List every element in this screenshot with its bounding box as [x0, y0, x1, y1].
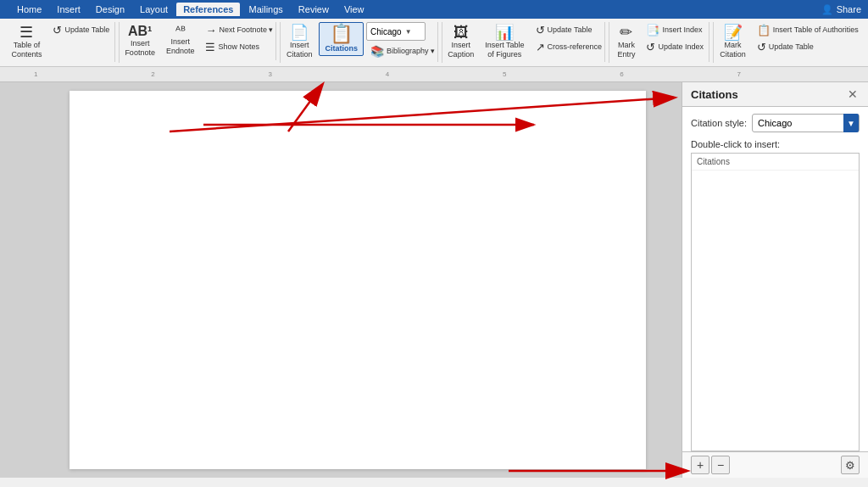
insert-citation-label: InsertCitation	[287, 41, 313, 59]
citations-list-area[interactable]: Citations	[691, 153, 860, 451]
tab-insert[interactable]: Insert	[50, 3, 87, 16]
insert-table-figures-button[interactable]: 📊 Insert Tableof Figures	[481, 22, 528, 62]
citations-list-placeholder: Citations	[692, 154, 859, 171]
remove-citation-button[interactable]: −	[711, 456, 730, 474]
update-toc-label: Update Table	[64, 25, 109, 35]
gear-button[interactable]: ⚙	[841, 456, 860, 474]
insert-table-auth-button[interactable]: 📋 Insert Table of Authorities	[753, 22, 863, 38]
update-table-toc-button[interactable]: ↺ Update Table	[48, 22, 114, 38]
authorities-buttons: 📝 MarkCitation 📋 Insert Table of Authori…	[715, 22, 862, 62]
citations-panel-title: Citations	[691, 88, 738, 101]
footnote-icon: AB¹	[128, 25, 152, 38]
footnote-small-group: → Next Footnote ▾ ☰ Show Notes	[201, 22, 277, 55]
citations-panel-footer: + − ⚙	[682, 451, 868, 478]
citation-style-arrow-icon: ▼	[843, 114, 859, 132]
update-cap-icon: ↺	[536, 25, 545, 36]
title-bar-right: 👤 Share	[821, 4, 861, 15]
insert-index-button[interactable]: 📑 Insert Index	[642, 22, 708, 38]
bibliography-label: Bibliography ▾	[387, 47, 435, 56]
chicago-style-select[interactable]: Chicago ▼	[366, 22, 426, 41]
citations-ribbon-button[interactable]: 📋 Citations	[319, 22, 364, 56]
tab-references[interactable]: References	[176, 3, 240, 16]
update-table-auth-button[interactable]: ↺ Update Table	[753, 39, 863, 55]
toc-buttons: ☰ Table ofContents ↺ Update Table	[7, 22, 114, 62]
endnote-label: InsertEndnote	[166, 37, 195, 56]
tab-mailings[interactable]: Mailings	[242, 3, 289, 16]
tab-review[interactable]: Review	[292, 3, 336, 16]
toc-label: Table ofContents	[11, 41, 42, 59]
citation-style-select[interactable]: Chicago ▼	[752, 114, 860, 132]
insert-auth-icon: 📋	[757, 25, 771, 36]
table-of-contents-button[interactable]: ☰ Table ofContents	[7, 22, 46, 62]
insert-index-icon: 📑	[646, 25, 659, 36]
separator-1	[119, 22, 120, 63]
ribbon-group-citations: 📄 InsertCitation 📋 Citations Chicago ▼ 📚…	[284, 22, 438, 62]
update-toc-icon: ↺	[53, 25, 62, 36]
update-auth-label: Update Table	[769, 42, 814, 52]
left-margin	[0, 82, 34, 478]
tab-bar: Home Insert Design Layout References Mai…	[10, 3, 371, 16]
update-index-button[interactable]: ↺ Update Index	[642, 39, 708, 55]
next-footnote-button[interactable]: → Next Footnote ▾	[201, 22, 277, 38]
mark-citation-icon: 📝	[724, 25, 743, 40]
footnote-buttons: AB¹ InsertFootnote ᴬᴮ InsertEndnote → Ne…	[120, 22, 277, 60]
mark-entry-label: MarkEntry	[617, 41, 635, 59]
cross-reference-button[interactable]: ↗ Cross-reference	[531, 39, 607, 55]
toc-small-group: ↺ Update Table	[48, 22, 114, 38]
update-index-label: Update Index	[658, 42, 704, 52]
chicago-value: Chicago	[370, 27, 402, 36]
insert-citation-button[interactable]: 📄 InsertCitation	[282, 22, 317, 62]
insert-footnote-button[interactable]: AB¹ InsertFootnote	[120, 22, 159, 60]
footer-add-remove: + −	[691, 456, 730, 474]
update-table-cap-button[interactable]: ↺ Update Table	[531, 22, 607, 38]
show-notes-button[interactable]: ☰ Show Notes	[201, 39, 277, 55]
ruler: 1 2 3 4 5 6 7	[0, 67, 868, 82]
show-notes-label: Show Notes	[218, 42, 259, 52]
show-notes-icon: ☰	[205, 42, 215, 53]
ribbon-groups: ☰ Table ofContents ↺ Update Table AB¹ In…	[7, 22, 861, 66]
main-area: Citations ✕ Citation style: Chicago ▼ Do…	[0, 82, 868, 478]
citations-controls: Chicago ▼ 📚 Bibliography ▾	[366, 22, 439, 59]
index-buttons: ✏ MarkEntry 📑 Insert Index ↺ Update Inde…	[613, 22, 708, 62]
ribbon-group-captions: 🖼 InsertCaption 📊 Insert Tableof Figures…	[446, 22, 605, 62]
update-index-icon: ↺	[646, 42, 655, 53]
tab-view[interactable]: View	[337, 3, 371, 16]
captions-small-group: ↺ Update Table ↗ Cross-reference	[531, 22, 607, 55]
bibliography-icon: 📚	[370, 46, 384, 57]
citations-panel-close-button[interactable]: ✕	[846, 87, 860, 101]
index-small-group: 📑 Insert Index ↺ Update Index	[642, 22, 708, 55]
mark-citation-label: MarkCitation	[720, 41, 746, 59]
tab-design[interactable]: Design	[89, 3, 131, 16]
authorities-small-group: 📋 Insert Table of Authorities ↺ Update T…	[753, 22, 863, 55]
endnote-icon: ᴬᴮ	[175, 25, 186, 36]
tab-layout[interactable]: Layout	[133, 3, 175, 16]
table-figures-icon: 📊	[495, 25, 514, 40]
citation-style-value: Chicago	[758, 118, 843, 128]
separator-5	[713, 22, 714, 63]
add-citation-button[interactable]: +	[691, 456, 709, 474]
update-cap-label: Update Table	[548, 25, 593, 35]
insert-endnote-button[interactable]: ᴬᴮ InsertEndnote	[162, 22, 199, 59]
chicago-arrow-icon: ▼	[405, 28, 421, 36]
document-area[interactable]	[34, 82, 682, 478]
mark-entry-icon: ✏	[620, 25, 632, 40]
toc-icon: ☰	[19, 25, 33, 40]
ribbon-group-toc: ☰ Table ofContents ↺ Update Table	[7, 22, 115, 62]
title-bar: Home Insert Design Layout References Mai…	[0, 0, 868, 19]
mark-entry-button[interactable]: ✏ MarkEntry	[613, 22, 639, 62]
mark-citation-button[interactable]: 📝 MarkCitation	[715, 22, 750, 62]
document-page[interactable]	[70, 91, 646, 469]
table-figures-label: Insert Tableof Figures	[485, 41, 524, 59]
bibliography-button[interactable]: 📚 Bibliography ▾	[366, 43, 439, 59]
insert-citation-icon: 📄	[290, 25, 309, 40]
person-icon: 👤	[821, 4, 833, 15]
citation-style-label: Citation style:	[691, 118, 747, 128]
update-auth-icon: ↺	[757, 42, 766, 53]
share-button[interactable]: Share	[837, 4, 861, 14]
citations-panel-header: Citations ✕	[682, 82, 868, 107]
insert-caption-button[interactable]: 🖼 InsertCaption	[443, 22, 478, 62]
ruler-marks: 1 2 3 4 5 6 7	[34, 70, 741, 78]
tab-home[interactable]: Home	[10, 3, 48, 16]
next-footnote-icon: →	[205, 25, 216, 36]
caption-icon: 🖼	[453, 25, 469, 40]
